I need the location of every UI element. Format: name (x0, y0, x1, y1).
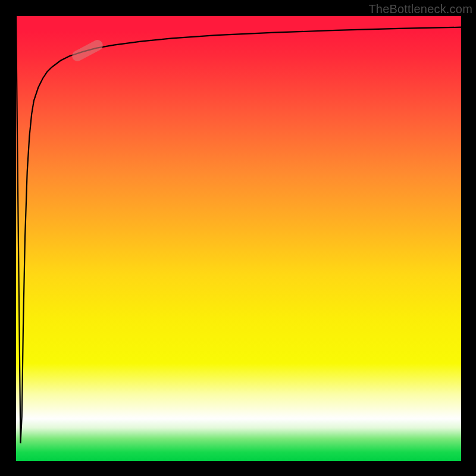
chart-frame: TheBottleneck.com (0, 0, 476, 476)
watermark-text: TheBottleneck.com (368, 2, 472, 16)
chart-gradient-background (16, 16, 461, 461)
